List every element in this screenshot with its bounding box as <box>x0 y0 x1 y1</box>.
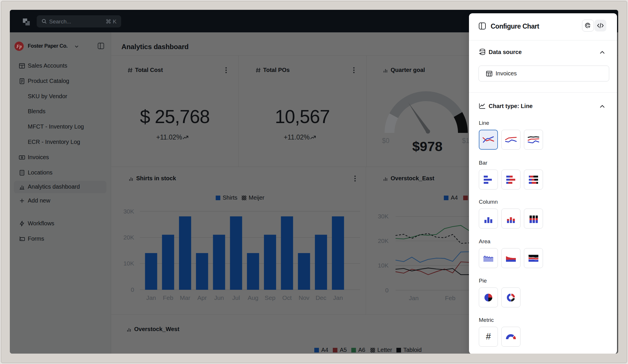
svg-text:0: 0 <box>131 286 134 293</box>
svg-text:30K: 30K <box>123 208 134 215</box>
svg-text:Jul: Jul <box>232 294 240 301</box>
svg-text:10K: 10K <box>378 262 389 269</box>
svg-text:20K: 20K <box>123 234 134 241</box>
svg-text:Fp: Fp <box>16 44 22 49</box>
svg-text:Aug: Aug <box>247 294 258 301</box>
svg-text:30K: 30K <box>378 213 389 220</box>
svg-text:Jan: Jan <box>333 294 343 301</box>
svg-text:10K: 10K <box>123 260 134 267</box>
svg-text:Nov: Nov <box>299 294 310 301</box>
svg-text:Jan: Jan <box>409 295 419 301</box>
svg-text:Apr: Apr <box>197 294 207 301</box>
svg-text:Mar: Mar <box>180 294 190 301</box>
svg-text:0: 0 <box>385 287 389 294</box>
svg-text:Jan: Jan <box>146 294 156 301</box>
svg-text:Dec: Dec <box>315 294 326 301</box>
svg-text:Feb: Feb <box>445 295 455 301</box>
svg-text:Oct: Oct <box>282 294 292 301</box>
svg-text:Jun: Jun <box>214 294 224 301</box>
svg-text:20K: 20K <box>378 237 389 244</box>
svg-text:Sep: Sep <box>265 294 275 301</box>
svg-text:Feb: Feb <box>163 294 173 301</box>
